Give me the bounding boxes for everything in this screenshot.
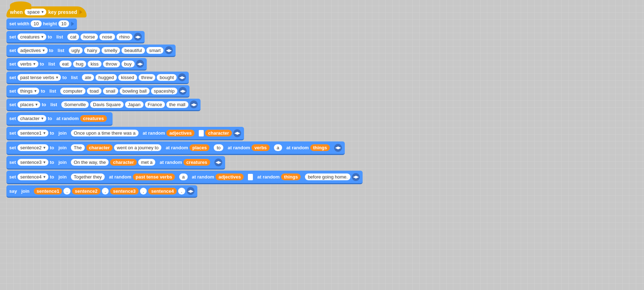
past-tense-dropdown[interactable]: past tense verbs ▼: [17, 74, 61, 81]
item-eat[interactable]: eat: [59, 61, 72, 67]
item-spaceship[interactable]: spaceship: [151, 88, 178, 94]
item-toad[interactable]: toad: [87, 88, 102, 94]
set-sentence3-block: set sentence3 ▼ to join On the way, the …: [6, 156, 225, 170]
at-random-things2: at random things: [254, 172, 303, 181]
space-dropdown[interactable]: space ▼: [25, 9, 47, 15]
text-a[interactable]: a: [274, 144, 282, 151]
text-to[interactable]: to: [214, 144, 223, 151]
at-random-things: at random things: [284, 143, 333, 152]
list-arrow-btn[interactable]: ◀▶: [190, 100, 198, 108]
sentence1-dropdown[interactable]: sentence1 ▼: [17, 130, 48, 136]
dropdown-arrow: ▼: [33, 62, 36, 66]
places-dropdown[interactable]: places ▼: [17, 101, 40, 108]
at-random-label: at random: [109, 174, 131, 180]
item-hairy[interactable]: hairy: [84, 47, 100, 54]
adjectives-dropdown[interactable]: adjectives ▼: [17, 47, 48, 54]
item-ate[interactable]: ate: [82, 74, 94, 81]
item-japan[interactable]: Japan: [125, 101, 143, 108]
list-label: list: [55, 47, 67, 54]
sentence3-dropdown[interactable]: sentence3 ▼: [17, 159, 48, 166]
list-arrow-btn[interactable]: ◀▶: [187, 187, 194, 195]
item-france[interactable]: France: [145, 101, 165, 108]
hat-block[interactable]: when space ▼ key pressed: [6, 6, 87, 17]
text-a2[interactable]: a: [179, 174, 187, 180]
block-notch: [71, 22, 74, 26]
list-arrow-btn[interactable]: ◀▶: [136, 60, 144, 68]
sentence4-dropdown[interactable]: sentence4 ▼: [17, 174, 48, 180]
item-bought[interactable]: bought: [157, 74, 177, 81]
at-random-creatures: at random creatures: [53, 114, 109, 123]
past-tense-var: past tense verbs: [20, 75, 54, 80]
item-hugged[interactable]: hugged: [95, 74, 116, 81]
item-smart[interactable]: smart: [146, 47, 164, 54]
item-kissed[interactable]: kissed: [118, 74, 137, 81]
item-davis-square[interactable]: Davis Square: [90, 101, 124, 108]
text-once-upon[interactable]: Once upon a time there was a: [71, 130, 138, 136]
at-random-label: at random: [160, 160, 182, 165]
dropdown-arrow: ▼: [41, 10, 44, 14]
text-on-the-way[interactable]: On the way, the: [71, 159, 109, 166]
item-kiss[interactable]: kiss: [88, 61, 101, 67]
things-val: things: [310, 144, 330, 151]
join-label: join: [56, 174, 69, 180]
text-the[interactable]: The: [71, 144, 84, 151]
item-somerville[interactable]: Somerville: [61, 101, 89, 108]
dropdown-arrow: ▼: [41, 35, 44, 39]
height-value[interactable]: 10: [58, 20, 69, 27]
list-arrow-btn[interactable]: ◀▶: [178, 73, 186, 81]
space-label: space: [27, 9, 40, 15]
item-bowling-ball[interactable]: bowling ball: [120, 88, 150, 94]
dot4[interactable]: .: [178, 188, 185, 195]
width-value[interactable]: 10: [31, 20, 41, 27]
text-met-a[interactable]: met a: [138, 159, 156, 166]
text-journey[interactable]: went on a journey to: [114, 144, 161, 151]
item-cat[interactable]: cat: [67, 33, 79, 40]
to-label: to: [42, 102, 46, 107]
character-dropdown[interactable]: character ▼: [17, 115, 46, 122]
dropdown-arrow: ▼: [43, 160, 46, 164]
things-dropdown[interactable]: things ▼: [17, 88, 40, 94]
sentence2-dropdown[interactable]: sentence2 ▼: [17, 144, 48, 151]
set-creatures-block: set creatures ▼ to list cat horse nose r…: [6, 31, 145, 43]
list-arrow-btn[interactable]: ◀▶: [214, 159, 222, 166]
to-label: to: [50, 130, 54, 136]
list-arrow-btn[interactable]: ◀▶: [334, 144, 342, 152]
item-beautiful[interactable]: beautiful: [121, 47, 145, 54]
item-the-mall[interactable]: the mall: [166, 101, 188, 108]
dropdown-arrow: ▼: [41, 116, 44, 120]
list-arrow-btn[interactable]: ◀▶: [165, 46, 173, 54]
item-nose[interactable]: nose: [99, 33, 115, 40]
item-smelly[interactable]: smelly: [102, 47, 120, 54]
creatures-dropdown[interactable]: creatures ▼: [17, 33, 46, 40]
list-arrow-btn[interactable]: ◀▶: [352, 173, 360, 181]
set-sentence4-block: set sentence4 ▼ to join Together they at…: [6, 171, 363, 184]
set-label: set: [9, 75, 16, 80]
item-threw[interactable]: threw: [139, 74, 156, 81]
text-before-going-home[interactable]: before going home.: [305, 174, 350, 180]
list-label: list: [68, 74, 80, 81]
item-throw[interactable]: throw: [103, 61, 120, 67]
sentence4-pill: sentence4: [148, 188, 177, 195]
dot2[interactable]: .: [102, 188, 109, 195]
list-arrow-btn[interactable]: ◀▶: [233, 129, 241, 137]
item-buy[interactable]: buy: [121, 61, 135, 67]
to-label: to: [62, 75, 67, 80]
dropdown-arrow: ▼: [43, 175, 46, 179]
verbs-dropdown[interactable]: verbs ▼: [17, 61, 38, 67]
to-label: to: [50, 160, 54, 165]
item-snail[interactable]: snail: [103, 88, 118, 94]
item-ugly[interactable]: ugly: [69, 47, 83, 54]
dot1[interactable]: .: [63, 188, 71, 195]
list-arrow-btn[interactable]: ◀▶: [179, 87, 187, 95]
item-hug[interactable]: hug: [73, 61, 87, 67]
list-label: list: [48, 101, 60, 108]
dropdown-arrow: ▼: [34, 89, 37, 93]
item-horse[interactable]: horse: [80, 33, 98, 40]
set-label: set width: [9, 21, 29, 26]
item-rhino[interactable]: rhino: [116, 33, 133, 40]
dot3[interactable]: .: [140, 188, 147, 195]
adjectives-val: adjectives: [166, 130, 194, 136]
list-arrow-btn[interactable]: ◀▶: [134, 33, 142, 41]
item-computer[interactable]: computer: [60, 88, 85, 94]
text-together-they[interactable]: Together they: [71, 174, 105, 180]
